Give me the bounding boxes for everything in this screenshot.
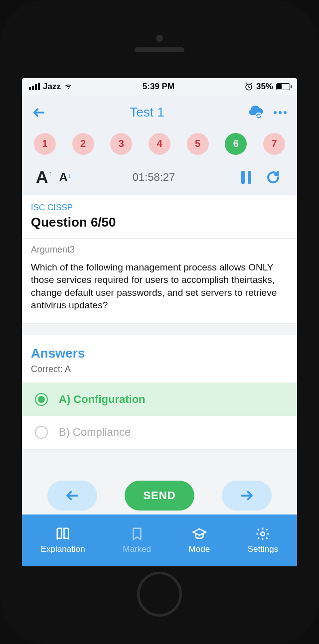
- more-button[interactable]: [270, 103, 290, 123]
- tab-settings[interactable]: Settings: [248, 526, 278, 554]
- tab-label: Settings: [248, 544, 278, 554]
- front-camera: [156, 35, 163, 42]
- svg-point-4: [284, 111, 287, 114]
- correct-label: Correct: A: [22, 364, 297, 383]
- radio-icon: [35, 426, 48, 439]
- restart-button[interactable]: [263, 167, 283, 187]
- home-button[interactable]: [137, 572, 182, 617]
- prev-button[interactable]: [47, 481, 97, 511]
- wifi-icon: [64, 83, 73, 90]
- restart-icon: [266, 170, 281, 185]
- cloud-sync-icon: [247, 105, 264, 120]
- tab-label: Marked: [123, 544, 151, 554]
- exam-link[interactable]: ISC CISSP: [31, 203, 288, 213]
- arrow-right-icon: [239, 488, 254, 503]
- tab-marked[interactable]: Marked: [123, 526, 151, 554]
- content-area: ISC CISSP Question 6/50 Argument3 Which …: [22, 195, 297, 515]
- font-decrease-button[interactable]: A↓: [59, 170, 71, 184]
- svg-rect-5: [241, 171, 245, 184]
- question-text: Which of the following management proces…: [22, 259, 297, 323]
- bookmark-icon: [130, 526, 145, 541]
- tab-label: Explanation: [41, 544, 85, 554]
- svg-rect-6: [248, 171, 251, 184]
- question-nav-2[interactable]: 2: [72, 133, 94, 155]
- answer-label: B) Compliance: [59, 426, 131, 439]
- pause-button[interactable]: [236, 167, 256, 187]
- font-increase-button[interactable]: A↑: [36, 167, 52, 187]
- arrow-left-icon: [65, 488, 80, 503]
- argument-label: Argument3: [22, 239, 297, 259]
- bottom-tabs: Explanation Marked Mode Settings: [22, 515, 297, 566]
- send-button[interactable]: SEND: [125, 481, 194, 511]
- next-button[interactable]: [222, 481, 272, 511]
- signal-icon: [29, 83, 40, 90]
- cloud-sync-button[interactable]: [245, 103, 265, 123]
- question-nav-5[interactable]: 5: [187, 133, 209, 155]
- svg-point-1: [255, 113, 262, 120]
- arrow-left-icon: [32, 106, 46, 120]
- graduation-cap-icon: [192, 526, 207, 541]
- svg-point-3: [279, 111, 282, 114]
- question-nav: 1 2 3 4 5 6 7: [29, 126, 290, 160]
- question-nav-3[interactable]: 3: [110, 133, 132, 155]
- timer-row: A↑ A↓ 01:58:27: [29, 160, 290, 195]
- question-nav-6[interactable]: 6: [225, 133, 247, 155]
- carrier-label: Jazz: [43, 82, 61, 92]
- phone-frame: Jazz 5:39 PM 35% Test 1: [0, 0, 319, 644]
- phone-speaker: [135, 47, 184, 52]
- page-title: Test 1: [130, 105, 164, 120]
- more-horizontal-icon: [273, 111, 287, 115]
- answer-option-a[interactable]: A) Configuration: [22, 383, 297, 416]
- question-nav-4[interactable]: 4: [149, 133, 170, 155]
- answers-card: Answers Correct: A A) Configuration B) C…: [22, 335, 297, 449]
- app-screen: Jazz 5:39 PM 35% Test 1: [22, 78, 297, 566]
- timer-text: 01:58:27: [78, 171, 229, 184]
- status-bar: Jazz 5:39 PM 35%: [22, 78, 297, 95]
- tab-label: Mode: [189, 544, 210, 554]
- question-card: ISC CISSP Question 6/50 Argument3 Which …: [22, 195, 297, 323]
- float-controls: SEND: [22, 481, 297, 511]
- pause-icon: [240, 170, 252, 185]
- question-nav-1[interactable]: 1: [34, 133, 56, 155]
- svg-point-2: [274, 111, 277, 114]
- battery-pct: 35%: [256, 82, 273, 92]
- alarm-icon: [244, 82, 253, 91]
- back-button[interactable]: [29, 103, 49, 123]
- tab-explanation[interactable]: Explanation: [41, 526, 85, 554]
- radio-selected-icon: [35, 393, 48, 406]
- answer-label: A) Configuration: [59, 393, 146, 406]
- question-nav-7[interactable]: 7: [263, 133, 285, 155]
- battery-icon: [276, 83, 290, 90]
- book-icon: [55, 526, 70, 541]
- status-time: 5:39 PM: [143, 82, 174, 92]
- app-header: Test 1 1: [22, 95, 297, 195]
- answer-option-b[interactable]: B) Compliance: [22, 416, 297, 449]
- svg-point-7: [261, 532, 265, 536]
- question-title: Question 6/50: [31, 215, 288, 230]
- tab-mode[interactable]: Mode: [189, 526, 210, 554]
- answers-title: Answers: [22, 335, 297, 364]
- gear-icon: [255, 526, 270, 541]
